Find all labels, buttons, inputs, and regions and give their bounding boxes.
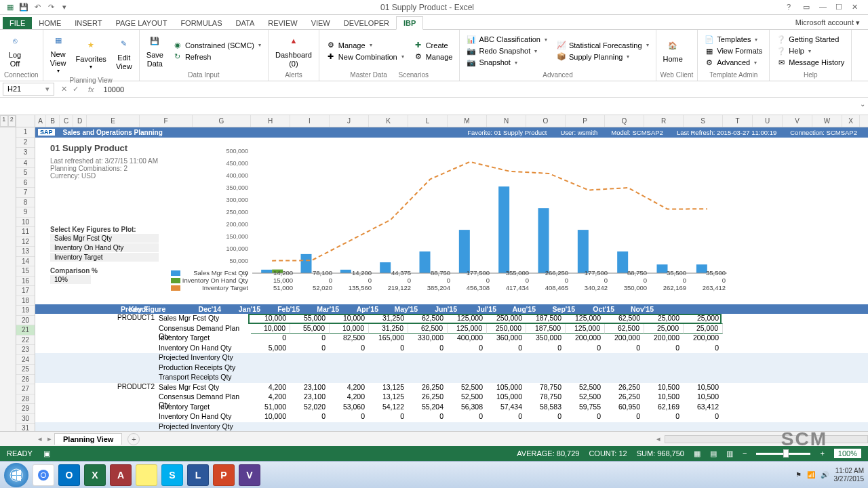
zoom-in-icon[interactable]: + — [820, 449, 824, 458]
minimize-icon[interactable]: — — [819, 3, 829, 12]
column-header[interactable]: V — [783, 115, 812, 127]
column-header[interactable]: U — [753, 115, 783, 127]
tray-network-icon[interactable]: 📶 — [807, 471, 815, 479]
manage-button[interactable]: ⚙Manage — [323, 40, 407, 51]
view-layout-icon[interactable]: ▤ — [710, 449, 717, 458]
account-label[interactable]: Microsoft account ▾ — [787, 16, 868, 29]
row-header[interactable]: 6 — [16, 178, 35, 188]
view-pagebreak-icon[interactable]: ▥ — [726, 449, 733, 458]
tray-flag-icon[interactable]: ⚑ — [795, 471, 802, 479]
column-header[interactable]: E — [87, 115, 140, 127]
row-header[interactable]: 18 — [16, 296, 35, 306]
outlook-icon[interactable]: O — [58, 464, 80, 486]
table-row[interactable]: Consensus Demand Plan Qty4,20023,1004,20… — [35, 392, 868, 403]
collapse-formula-icon[interactable]: ⌄ — [860, 100, 865, 108]
lync-icon[interactable]: L — [187, 464, 209, 486]
zoom-slider[interactable] — [756, 453, 810, 455]
ribbon-options-icon[interactable]: ▭ — [803, 3, 812, 12]
column-header[interactable]: L — [408, 115, 448, 127]
zoom-level[interactable]: 100% — [834, 449, 861, 458]
formula-input[interactable]: 10000 — [100, 84, 868, 95]
row-header[interactable]: 31 — [16, 424, 35, 431]
close-icon[interactable]: ✕ — [852, 3, 861, 12]
row-header[interactable]: 2 — [16, 138, 35, 148]
row-header[interactable]: 26 — [16, 375, 35, 385]
row-header[interactable]: 22 — [16, 336, 35, 346]
edit-view-button[interactable]: ✎Edit View — [113, 35, 135, 73]
comparison-pct[interactable]: 10% — [50, 275, 91, 284]
row-header[interactable]: 30 — [16, 414, 35, 424]
view-normal-icon[interactable]: ▦ — [694, 449, 701, 458]
logoff-button[interactable]: ⎋Log Off — [4, 32, 26, 70]
column-header[interactable]: I — [290, 115, 330, 127]
fx-icon[interactable]: fx — [83, 85, 100, 94]
accept-formula-icon[interactable]: ✓ — [73, 85, 79, 94]
abc-classification-button[interactable]: 📊ABC Classification — [464, 34, 549, 45]
row-header[interactable]: 10 — [16, 218, 35, 228]
create-button[interactable]: ✚Create — [411, 40, 456, 51]
row-header[interactable]: 12 — [16, 237, 35, 247]
dashboard-button[interactable]: ▲Dashboard (0) — [273, 32, 315, 70]
save-icon[interactable]: 💾 — [19, 3, 28, 12]
column-header[interactable]: H — [251, 115, 290, 127]
row-header[interactable]: 8 — [16, 198, 35, 208]
row-header[interactable]: 15 — [16, 266, 35, 277]
tab-developer[interactable]: DEVELOPER — [337, 17, 396, 29]
column-header[interactable]: X — [842, 115, 860, 127]
excel-taskbar-icon[interactable]: X — [84, 464, 106, 486]
snapshot-button[interactable]: 📷Snapshot — [464, 57, 549, 68]
table-row[interactable]: PRODUCT2Sales Mgr Fcst Qty4,20023,1004,2… — [35, 383, 868, 393]
table-row[interactable]: Consensus Demand Plan Qty10,00055,00010,… — [35, 324, 868, 334]
tab-file[interactable]: FILE — [3, 17, 32, 29]
table-row[interactable]: Inventory On Hand Qty10,00000000000000 — [35, 412, 868, 422]
row-header[interactable]: 11 — [16, 227, 35, 237]
help-button[interactable]: ❔Help — [774, 45, 847, 56]
kf-select-item[interactable]: Inventory On Hand Qty — [50, 243, 159, 252]
tab-data[interactable]: DATA — [229, 17, 262, 29]
tab-home[interactable]: HOME — [32, 17, 68, 29]
new-combination-button[interactable]: ✚New Combination — [323, 52, 407, 62]
column-header[interactable]: D — [73, 115, 87, 127]
column-header[interactable]: P — [566, 115, 605, 127]
tab-insert[interactable]: INSERT — [68, 17, 108, 29]
help-icon[interactable]: ? — [787, 3, 796, 12]
table-row[interactable]: Projected Inventory Qty — [35, 422, 868, 432]
macro-record-icon[interactable]: ▣ — [43, 449, 50, 458]
column-header[interactable]: O — [526, 115, 566, 127]
column-header[interactable]: J — [330, 115, 369, 127]
redo-snapshot-button[interactable]: 📷Redo Snapshot — [464, 45, 549, 56]
row-header[interactable]: 1 — [16, 127, 35, 138]
undo-icon[interactable]: ↶ — [33, 3, 42, 12]
column-header[interactable]: G — [193, 115, 251, 127]
kf-select-item[interactable]: Sales Mgr Fcst Qty — [50, 234, 159, 243]
row-header[interactable]: 4 — [16, 159, 35, 169]
row-header[interactable]: 13 — [16, 247, 35, 257]
maximize-icon[interactable]: ☐ — [835, 3, 845, 12]
worksheet-grid[interactable]: 1234567891011121314151617181920212223242… — [0, 127, 868, 431]
row-header[interactable]: 3 — [16, 148, 35, 159]
column-header[interactable]: N — [487, 115, 526, 127]
table-row[interactable]: PRODUCT1Sales Mgr Fcst Qty10,00055,00010… — [35, 314, 868, 324]
tray-sound-icon[interactable]: 🔊 — [821, 471, 829, 479]
row-header[interactable]: 7 — [16, 188, 35, 198]
column-header[interactable]: K — [369, 115, 408, 127]
row-header[interactable]: 21 — [16, 325, 35, 336]
outline-level-2[interactable]: 2 — [8, 115, 16, 127]
chrome-icon[interactable] — [33, 464, 54, 486]
start-button[interactable] — [4, 463, 28, 487]
table-row[interactable]: Transport Receipts Qty — [35, 373, 868, 383]
row-header[interactable]: 9 — [16, 207, 35, 218]
table-row[interactable]: Inventory Target0082,500165,000330,00040… — [35, 333, 868, 344]
column-header[interactable]: Q — [605, 115, 644, 127]
row-header[interactable]: 23 — [16, 345, 35, 355]
tab-formulas[interactable]: FORMULAS — [174, 17, 229, 29]
stat-forecasting-button[interactable]: 📈Statistical Forecasting — [554, 40, 652, 51]
table-row[interactable]: Inventory On Hand Qty5,00000000000000 — [35, 344, 868, 354]
row-header[interactable]: 28 — [16, 394, 35, 405]
new-view-button[interactable]: ▦New View▾ — [47, 31, 69, 76]
save-data-button[interactable]: 💾Save Data — [144, 32, 166, 70]
customize-icon[interactable]: ▾ — [60, 3, 69, 12]
column-header[interactable]: M — [448, 115, 487, 127]
skype-icon[interactable]: S — [161, 464, 183, 486]
sheet-tab[interactable]: Planning View — [54, 433, 122, 445]
